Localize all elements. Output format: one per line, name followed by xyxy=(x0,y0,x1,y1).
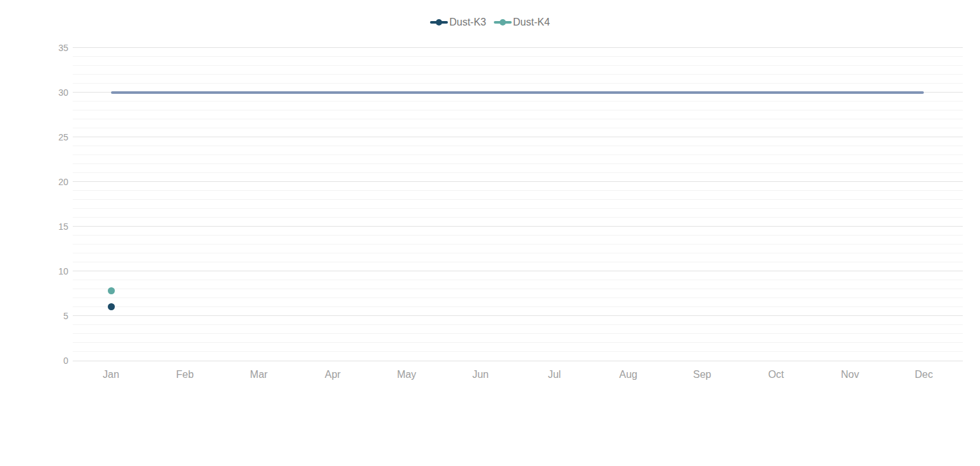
minor-gridline xyxy=(73,217,963,218)
x-axis-tick-label: May xyxy=(378,369,435,380)
x-axis-tick-label: Apr xyxy=(304,369,361,380)
legend-line-dot-icon xyxy=(430,21,448,24)
y-axis-tick-label: 5 xyxy=(0,311,68,321)
legend-item-dust-k3[interactable]: Dust-K3 xyxy=(430,17,486,28)
minor-gridline xyxy=(73,119,963,119)
chart-legend: Dust-K3Dust-K4 xyxy=(0,17,980,28)
minor-gridline xyxy=(73,324,963,325)
y-axis-tick-label: 0 xyxy=(0,356,68,366)
minor-gridline xyxy=(73,74,963,75)
minor-gridline xyxy=(73,297,963,298)
data-point-dust-k4[interactable] xyxy=(108,287,115,294)
minor-gridline xyxy=(73,289,963,289)
minor-gridline xyxy=(73,128,963,128)
major-gridline xyxy=(73,137,963,137)
legend-label: Dust-K4 xyxy=(513,17,550,28)
x-axis-tick-label: Mar xyxy=(230,369,288,380)
y-axis-tick-label: 10 xyxy=(0,266,68,276)
x-axis-tick-label: Feb xyxy=(156,369,214,380)
minor-gridline xyxy=(73,244,963,244)
major-gridline xyxy=(73,226,963,227)
legend-line-dot-icon xyxy=(494,21,512,24)
y-axis-tick-label: 15 xyxy=(0,222,68,232)
major-gridline xyxy=(73,181,963,182)
minor-gridline xyxy=(73,333,963,334)
minor-gridline xyxy=(73,83,963,84)
minor-gridline xyxy=(73,154,963,155)
y-axis-tick-label: 25 xyxy=(0,132,68,142)
minor-gridline xyxy=(73,262,963,262)
x-axis-tick-label: Jun xyxy=(452,369,509,380)
minor-gridline xyxy=(73,199,963,200)
x-axis-tick-label: Dec xyxy=(895,369,953,380)
minor-gridline xyxy=(73,208,963,209)
x-axis-tick-label: Jul xyxy=(526,369,583,380)
limit-line xyxy=(111,91,924,94)
x-axis-tick-label: Jan xyxy=(82,369,140,380)
x-axis-tick-label: Aug xyxy=(600,369,657,380)
minor-gridline xyxy=(73,280,963,280)
legend-item-dust-k4[interactable]: Dust-K4 xyxy=(494,17,550,28)
x-axis-tick-label: Oct xyxy=(747,369,805,380)
y-axis-tick-label: 20 xyxy=(0,177,68,187)
minor-gridline xyxy=(73,65,963,66)
minor-gridline xyxy=(73,101,963,101)
minor-gridline xyxy=(73,351,963,352)
minor-gridline xyxy=(73,253,963,253)
data-point-dust-k3[interactable] xyxy=(108,303,115,310)
minor-gridline xyxy=(73,110,963,110)
y-axis-tick-label: 30 xyxy=(0,87,68,98)
major-gridline xyxy=(73,271,963,271)
minor-gridline xyxy=(73,190,963,191)
line-chart: Dust-K3Dust-K4 05101520253035JanFebMarAp… xyxy=(0,0,980,466)
y-axis-tick-label: 35 xyxy=(0,43,68,53)
minor-gridline xyxy=(73,163,963,164)
major-gridline xyxy=(73,361,963,361)
minor-gridline xyxy=(73,146,963,146)
minor-gridline xyxy=(73,235,963,236)
major-gridline xyxy=(73,315,963,316)
legend-label: Dust-K3 xyxy=(449,17,486,28)
x-axis-tick-label: Nov xyxy=(821,369,879,380)
minor-gridline xyxy=(73,56,963,57)
x-axis-tick-label: Sep xyxy=(674,369,731,380)
major-gridline xyxy=(73,47,963,48)
minor-gridline xyxy=(73,172,963,173)
minor-gridline xyxy=(73,306,963,307)
minor-gridline xyxy=(73,342,963,343)
